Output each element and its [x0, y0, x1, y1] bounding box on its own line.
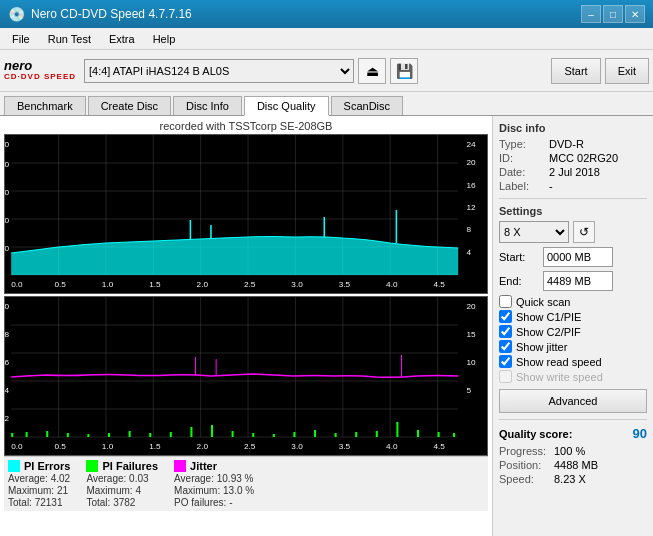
- quick-scan-checkbox[interactable]: [499, 295, 512, 308]
- title-bar-left: 💿 Nero CD-DVD Speed 4.7.7.16: [8, 6, 192, 22]
- position-value: 4488 MB: [554, 459, 598, 471]
- divider-2: [499, 419, 647, 420]
- disc-date-value: 2 Jul 2018: [549, 166, 600, 178]
- start-input[interactable]: [543, 247, 613, 267]
- svg-text:3.0: 3.0: [291, 280, 303, 289]
- svg-text:24: 24: [466, 140, 476, 149]
- menu-run-test[interactable]: Run Test: [40, 31, 99, 47]
- svg-rect-59: [87, 434, 89, 437]
- pi-errors-total: Total: 72131: [8, 497, 70, 508]
- show-read-speed-label: Show read speed: [516, 356, 602, 368]
- exit-button[interactable]: Exit: [605, 58, 649, 84]
- svg-text:1.0: 1.0: [102, 442, 114, 451]
- tab-create-disc[interactable]: Create Disc: [88, 96, 171, 115]
- svg-text:12: 12: [466, 203, 476, 212]
- start-row: Start:: [499, 247, 647, 267]
- show-read-speed-checkbox[interactable]: [499, 355, 512, 368]
- svg-text:2.0: 2.0: [197, 442, 209, 451]
- divider-1: [499, 198, 647, 199]
- svg-text:6: 6: [5, 358, 10, 367]
- pi-errors-maximum: Maximum: 21: [8, 485, 70, 496]
- device-select[interactable]: [4:4] ATAPI iHAS124 B AL0S: [84, 59, 354, 83]
- disc-type-row: Type: DVD-R: [499, 138, 647, 150]
- svg-text:8: 8: [5, 330, 10, 339]
- top-chart-svg: 50 40 30 20 10 24 20 16 12 8 4 0.0 0.5 1…: [5, 135, 487, 293]
- svg-text:2: 2: [5, 414, 10, 423]
- pi-errors-average: Average: 4.02: [8, 473, 70, 484]
- menu-file[interactable]: File: [4, 31, 38, 47]
- svg-rect-55: [11, 433, 13, 437]
- toolbar: nero CD·DVD SPEED [4:4] ATAPI iHAS124 B …: [0, 50, 653, 92]
- show-c1pie-checkbox[interactable]: [499, 310, 512, 323]
- svg-text:20: 20: [466, 158, 476, 167]
- quick-scan-label: Quick scan: [516, 296, 570, 308]
- speed-label: Speed:: [499, 473, 554, 485]
- pi-errors-color: [8, 460, 20, 472]
- advanced-button[interactable]: Advanced: [499, 389, 647, 413]
- speed-select[interactable]: 8 X: [499, 221, 569, 243]
- svg-rect-58: [67, 433, 69, 437]
- title-bar-controls: – □ ✕: [581, 5, 645, 23]
- svg-rect-65: [211, 425, 213, 437]
- svg-text:15: 15: [466, 330, 476, 339]
- show-c2pif-checkbox[interactable]: [499, 325, 512, 338]
- disc-id-value: MCC 02RG20: [549, 152, 618, 164]
- bottom-chart: 10 8 6 4 2 20 15 10 5 0.0 0.5 1.0 1.5 2.…: [4, 296, 488, 456]
- bottom-chart-svg: 10 8 6 4 2 20 15 10 5 0.0 0.5 1.0 1.5 2.…: [5, 297, 487, 455]
- disc-type-value: DVD-R: [549, 138, 584, 150]
- tab-disc-quality[interactable]: Disc Quality: [244, 96, 329, 116]
- title-bar: 💿 Nero CD-DVD Speed 4.7.7.16 – □ ✕: [0, 0, 653, 28]
- show-jitter-checkbox[interactable]: [499, 340, 512, 353]
- svg-text:30: 30: [5, 188, 10, 197]
- svg-rect-68: [273, 434, 275, 437]
- svg-rect-63: [170, 432, 172, 437]
- refresh-button[interactable]: ↺: [573, 221, 595, 243]
- svg-text:0.5: 0.5: [54, 442, 66, 451]
- tab-benchmark[interactable]: Benchmark: [4, 96, 86, 115]
- svg-text:10: 10: [466, 358, 476, 367]
- position-label: Position:: [499, 459, 554, 471]
- svg-text:16: 16: [466, 181, 476, 190]
- menu-help[interactable]: Help: [145, 31, 184, 47]
- minimize-button[interactable]: –: [581, 5, 601, 23]
- show-jitter-label: Show jitter: [516, 341, 567, 353]
- svg-text:0.0: 0.0: [11, 442, 23, 451]
- eject-icon-button[interactable]: ⏏: [358, 58, 386, 84]
- svg-text:4: 4: [5, 386, 10, 395]
- svg-rect-72: [355, 432, 357, 437]
- pi-failures-total: Total: 3782: [86, 497, 158, 508]
- start-button[interactable]: Start: [551, 58, 600, 84]
- progress-label: Progress:: [499, 445, 554, 457]
- svg-text:8: 8: [466, 225, 471, 234]
- svg-rect-73: [376, 431, 378, 437]
- tab-disc-info[interactable]: Disc Info: [173, 96, 242, 115]
- svg-rect-57: [46, 431, 48, 437]
- tab-scan-disc[interactable]: ScanDisc: [331, 96, 403, 115]
- chart-area: recorded with TSSTcorp SE-208GB: [0, 116, 493, 536]
- maximize-button[interactable]: □: [603, 5, 623, 23]
- show-write-speed-checkbox: [499, 370, 512, 383]
- save-icon-button[interactable]: 💾: [390, 58, 418, 84]
- svg-rect-69: [293, 432, 295, 437]
- show-read-speed-row: Show read speed: [499, 355, 647, 368]
- svg-text:0.0: 0.0: [11, 280, 23, 289]
- svg-rect-56: [26, 432, 28, 437]
- svg-rect-62: [149, 433, 151, 437]
- speed-value: 8.23 X: [554, 473, 586, 485]
- disc-date-label: Date:: [499, 166, 549, 178]
- pi-failures-label: PI Failures: [102, 460, 158, 472]
- svg-rect-75: [417, 430, 419, 437]
- disc-date-row: Date: 2 Jul 2018: [499, 166, 647, 178]
- show-write-speed-row: Show write speed: [499, 370, 647, 383]
- svg-text:4.5: 4.5: [433, 280, 445, 289]
- progress-section: Progress: 100 % Position: 4488 MB Speed:…: [499, 445, 647, 485]
- menu-extra[interactable]: Extra: [101, 31, 143, 47]
- svg-text:4.0: 4.0: [386, 442, 398, 451]
- end-input[interactable]: [543, 271, 613, 291]
- chart-title: recorded with TSSTcorp SE-208GB: [4, 120, 488, 132]
- svg-text:50: 50: [5, 140, 10, 149]
- close-button[interactable]: ✕: [625, 5, 645, 23]
- svg-rect-76: [438, 432, 440, 437]
- jitter-label: Jitter: [190, 460, 217, 472]
- end-label: End:: [499, 275, 539, 287]
